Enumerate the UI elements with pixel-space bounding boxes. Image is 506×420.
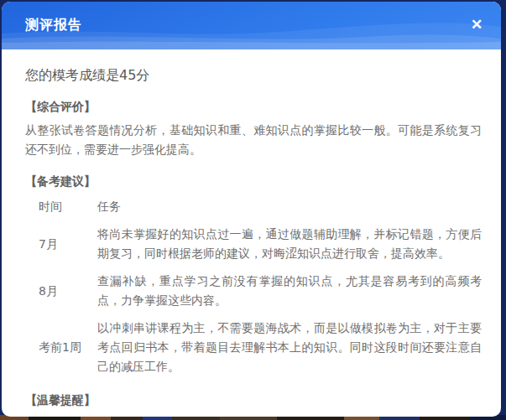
dialog-body: 您的模考成绩是45分 【综合评价】 从整张试卷答题情况分析，基础知识和重、难知识…	[2, 67, 501, 417]
task-column-header: 任务	[97, 197, 482, 216]
task-cell: 以冲刺串讲课程为主，不需要题海战术，而是以做模拟卷为主，对于主要考点回归书本，带…	[97, 319, 482, 376]
suggestions-heading: 【备考建议】	[25, 174, 482, 189]
time-cell: 7月	[25, 235, 97, 254]
time-cell: 8月	[25, 282, 97, 301]
table-header-row: 时间 任务	[25, 197, 482, 216]
close-button[interactable]: ✕	[466, 14, 488, 36]
task-cell: 查漏补缺，重点学习之前没有掌握的知识点，尤其是容易考到的高频考点，力争掌握这些内…	[97, 272, 482, 310]
dialog-title: 测评报告	[25, 17, 82, 34]
time-column-header: 时间	[25, 197, 97, 216]
task-cell: 将尚未掌握好的知识点过一遍，通过做题辅助理解，并标记错题，方便后期复习，同时根据…	[97, 225, 482, 263]
advice-table: 时间 任务 7月 将尚未掌握好的知识点过一遍，通过做题辅助理解，并标记错题，方便…	[25, 197, 482, 376]
table-row: 8月 查漏补缺，重点学习之前没有掌握的知识点，尤其是容易考到的高频考点，力争掌握…	[25, 272, 482, 310]
reminder-body: 距离考试还有较短的一段时间，不管大家的测评结果如何，一定要保证心态，积极准备	[25, 415, 482, 417]
assessment-report-dialog: 测评报告 ✕ 您的模考成绩是45分 【综合评价】 从整张试卷答题情况分析，基础知…	[2, 2, 501, 417]
reminder-heading: 【温馨提醒】	[25, 393, 482, 408]
close-icon: ✕	[471, 17, 483, 33]
time-cell: 考前1周	[25, 338, 97, 357]
table-row: 7月 将尚未掌握好的知识点过一遍，通过做题辅助理解，并标记错题，方便后期复习，同…	[25, 225, 482, 263]
evaluation-heading: 【综合评价】	[25, 100, 482, 115]
evaluation-body: 从整张试卷答题情况分析，基础知识和重、难知识点的掌握比较一般。可能是系统复习还不…	[25, 121, 482, 159]
dialog-header: 测评报告 ✕	[2, 2, 501, 49]
table-row: 考前1周 以冲刺串讲课程为主，不需要题海战术，而是以做模拟卷为主，对于主要考点回…	[25, 319, 482, 376]
score-line: 您的模考成绩是45分	[25, 67, 482, 85]
